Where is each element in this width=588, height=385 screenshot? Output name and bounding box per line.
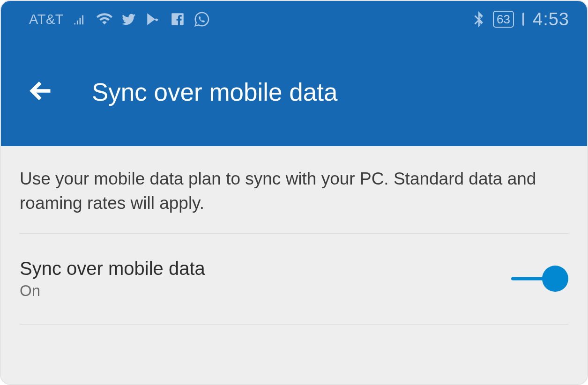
setting-description: Use your mobile data plan to sync with y… <box>1 167 587 233</box>
clock-time: 4:53 <box>533 9 569 30</box>
carrier-label: AT&T <box>29 12 64 27</box>
signal-icon <box>72 11 88 27</box>
facebook-icon <box>170 11 186 27</box>
status-bar-right: 63 4:53 <box>470 9 569 30</box>
setting-status: On <box>20 282 498 300</box>
whatsapp-icon <box>194 11 210 27</box>
bluetooth-icon <box>470 11 486 27</box>
setting-label: Sync over mobile data <box>20 258 498 279</box>
sync-toggle[interactable] <box>511 265 563 292</box>
wifi-icon <box>97 11 112 27</box>
app-header: Sync over mobile data <box>1 37 587 146</box>
battery-tip <box>522 13 524 26</box>
page-title: Sync over mobile data <box>92 78 337 106</box>
sync-mobile-data-row[interactable]: Sync over mobile data On <box>20 233 568 325</box>
arrow-left-icon <box>29 79 53 103</box>
back-button[interactable] <box>29 79 53 105</box>
twitter-icon <box>121 11 137 27</box>
toggle-knob <box>542 266 568 292</box>
status-bar-left: AT&T <box>29 11 470 27</box>
play-store-icon <box>145 11 161 27</box>
content-area: Use your mobile data plan to sync with y… <box>1 146 587 384</box>
screen-container: AT&T 63 4: <box>0 0 588 385</box>
status-bar: AT&T 63 4: <box>1 1 587 37</box>
battery-indicator: 63 <box>493 11 514 28</box>
setting-text-block: Sync over mobile data On <box>20 258 498 300</box>
